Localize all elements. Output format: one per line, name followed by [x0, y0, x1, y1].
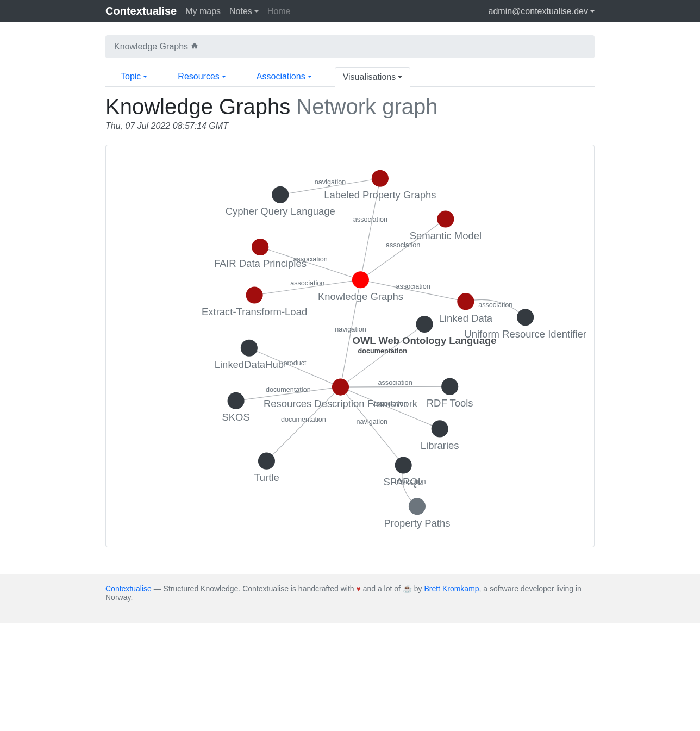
heart-icon: ♥ [356, 584, 360, 593]
graph-edge-label: navigation [335, 326, 366, 333]
graph-edge-label: documentation [358, 347, 407, 355]
nav-home[interactable]: Home [267, 7, 291, 16]
graph-node-label: SPARQL [383, 476, 423, 488]
graph-node-label: Cypher Query Language [226, 205, 335, 217]
graph-node[interactable] [409, 498, 426, 515]
graph-edge-label: association [386, 241, 420, 249]
graph-node[interactable] [441, 378, 458, 395]
graph-node-label: Resources Description Framework [264, 398, 418, 409]
graph-node[interactable] [457, 293, 474, 310]
graph-node[interactable] [258, 453, 275, 470]
graph-node[interactable] [272, 186, 289, 203]
graph-edge-label: documentation [281, 416, 326, 423]
footer-text-2: and a lot of [361, 584, 403, 593]
tab-visualisations[interactable]: Visualisations [335, 67, 411, 87]
graph-edge-label: association [378, 379, 412, 386]
nav-notes[interactable]: Notes [229, 7, 259, 16]
graph-node[interactable] [517, 309, 534, 326]
graph-node-label: Labeled Property Graphs [324, 189, 436, 201]
home-icon[interactable] [191, 42, 198, 49]
graph-node[interactable] [432, 420, 448, 437]
footer-text-1: — Structured Knowledge. Contextualise is… [152, 584, 357, 593]
footer: Contextualise — Structured Knowledge. Co… [0, 574, 700, 623]
tab-associations[interactable]: Associations [249, 67, 320, 87]
graph-node-label: SKOS [222, 411, 249, 423]
tab-resources[interactable]: Resources [170, 67, 233, 87]
coffee-icon: ☕ [403, 584, 412, 593]
graph-edge-label: documentation [266, 386, 311, 393]
graph-edge-label: navigation [357, 418, 388, 426]
graph-node[interactable] [352, 271, 369, 288]
graph-node-label: Libraries [421, 440, 459, 451]
page-title: Knowledge Graphs Network graph [105, 95, 595, 119]
graph-node-label: Turtle [254, 472, 279, 483]
graph-node[interactable] [395, 457, 412, 473]
graph-node[interactable] [372, 170, 389, 187]
footer-text-3: by [412, 584, 424, 593]
breadcrumb: Knowledge Graphs [105, 35, 595, 58]
page-title-sub: Network graph [296, 95, 438, 118]
breadcrumb-title[interactable]: Knowledge Graphs [114, 42, 188, 51]
page-title-main: Knowledge Graphs [105, 95, 290, 118]
graph-node-label: Linked Data [439, 313, 493, 324]
network-graph[interactable]: navigationassociationassociationassociat… [105, 145, 595, 547]
brand[interactable]: Contextualise [105, 5, 177, 17]
graph-node-label: Property Paths [384, 517, 450, 529]
graph-node[interactable] [332, 379, 349, 396]
graph-node-label: Extract-Transform-Load [202, 306, 307, 317]
graph-node-label: Semantic Model [410, 230, 482, 241]
graph-edge-label: association [478, 301, 512, 309]
graph-node[interactable] [252, 239, 268, 255]
graph-edge-label: association [353, 216, 388, 223]
graph-node-label: Knowledge Graphs [318, 291, 403, 302]
graph-edge-label: association [396, 283, 430, 290]
graph-edge-label: navigation [315, 178, 346, 186]
graph-node-label: OWL Web Ontology Language [353, 335, 497, 346]
divider [105, 139, 595, 139]
graph-node-label: FAIR Data Principles [214, 258, 307, 269]
graph-node[interactable] [416, 316, 433, 333]
graph-node[interactable] [246, 286, 263, 303]
navbar: Contextualise My maps Notes Home admin@c… [0, 0, 700, 22]
graph-edge-label: product [283, 359, 307, 367]
graph-node[interactable] [437, 211, 454, 228]
graph-edge [341, 386, 450, 387]
graph-edge-label: association [290, 279, 324, 287]
graph-edge [341, 324, 425, 387]
graph-node-label: LinkedDataHub [215, 359, 284, 370]
graph-edge [360, 219, 445, 280]
graph-node[interactable] [228, 392, 245, 409]
tabs: Topic Resources Associations Visualisati… [105, 67, 595, 87]
nav-my-maps[interactable]: My maps [185, 7, 221, 16]
footer-brand-link[interactable]: Contextualise [105, 584, 152, 593]
timestamp: Thu, 07 Jul 2022 08:57:14 GMT [105, 121, 595, 131]
user-menu[interactable]: admin@contextualise.dev [489, 7, 595, 16]
tab-topic[interactable]: Topic [113, 67, 155, 87]
footer-author-link[interactable]: Brett Kromkamp [424, 584, 479, 593]
graph-node-label: RDF Tools [427, 397, 473, 409]
graph-node[interactable] [241, 340, 258, 357]
